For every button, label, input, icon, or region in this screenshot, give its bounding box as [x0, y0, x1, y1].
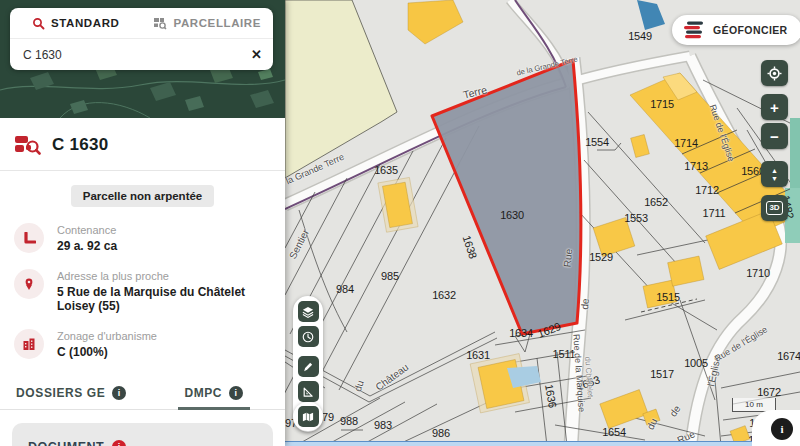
area-icon — [14, 223, 44, 253]
info-label: Zonage d'urbanisme — [57, 330, 157, 342]
locate-button[interactable] — [761, 60, 788, 86]
geofoncier-brand-icon — [683, 21, 705, 40]
info-circle-icon[interactable]: i — [229, 386, 243, 400]
document-title: DOCUMENT — [28, 440, 104, 446]
address-icon — [14, 269, 44, 299]
brand-label: GÉOFONCIER — [713, 24, 788, 36]
3d-icon: 3D — [766, 201, 783, 215]
history-button[interactable] — [298, 326, 319, 347]
map-controls: + − ▲ ▼ 3D — [761, 60, 788, 221]
tab-standard-label: STANDARD — [51, 17, 119, 29]
panel-tabs: DOSSIERS GE i DMPC i — [0, 376, 285, 410]
tab-standard[interactable]: STANDARD — [10, 8, 142, 38]
tilt-up-icon: ▲ — [771, 167, 778, 174]
tab-dossiers-ge-label: DOSSIERS GE — [16, 386, 105, 400]
tab-dmpc[interactable]: DMPC i — [143, 376, 286, 409]
sidebar: STANDARD PARCELLAIRE ✕ — [0, 0, 285, 446]
geofoncier-logo[interactable]: GÉOFONCIER — [672, 15, 800, 45]
search-card: STANDARD PARCELLAIRE ✕ — [10, 8, 273, 70]
document-info-icon[interactable]: i — [112, 440, 126, 446]
search-input[interactable] — [21, 47, 251, 63]
info-value: 5 Rue de la Marquise du Châtelet Loisey … — [57, 285, 271, 313]
map-graphic — [285, 0, 800, 446]
tilt-down-icon: ▼ — [771, 175, 778, 182]
document-title-row: DOCUMENT i — [28, 440, 257, 446]
info-label: Adresse la plus proche — [57, 270, 271, 282]
tilt-button[interactable]: ▲ ▼ — [761, 161, 788, 187]
zoning-icon — [14, 329, 44, 359]
locate-icon — [767, 66, 782, 81]
clear-search-button[interactable]: ✕ — [251, 48, 262, 61]
info-row-zonage: Zonage d'urbanisme C (100%) — [0, 321, 285, 367]
parcel-search-icon — [14, 133, 41, 157]
attribution-button[interactable]: i — [771, 418, 793, 440]
info-value: 29 a. 92 ca — [57, 239, 117, 253]
map-viewport[interactable]: 1549171515541714171317121711165215531529… — [285, 0, 800, 446]
info-row-contenance: Contenance 29 a. 92 ca — [0, 215, 285, 261]
pencil-icon — [301, 360, 315, 374]
info-circle-icon[interactable]: i — [112, 386, 126, 400]
map-bottom-boundary — [285, 441, 800, 446]
basemap-icon — [301, 410, 315, 424]
search-tabs: STANDARD PARCELLAIRE — [10, 8, 273, 39]
zoom-out-button[interactable]: − — [761, 123, 788, 149]
document-card: DOCUMENT i Vignette DMPC 55298 000 142 — [12, 423, 273, 446]
info-label: Contenance — [57, 224, 117, 236]
search-row: ✕ — [10, 39, 273, 70]
basemap-button[interactable] — [298, 406, 319, 427]
tab-dmpc-label: DMPC — [184, 386, 222, 400]
set-square-icon — [301, 385, 315, 399]
scale-label: 10 m — [745, 400, 763, 409]
zoom-in-button[interactable]: + — [761, 94, 788, 120]
basemap-tool — [293, 402, 323, 431]
search-icon — [32, 17, 45, 30]
3d-button[interactable]: 3D — [761, 195, 788, 221]
info-value: C (100%) — [57, 345, 157, 359]
tab-parcellaire-label: PARCELLAIRE — [173, 17, 261, 29]
tab-parcellaire[interactable]: PARCELLAIRE — [142, 8, 274, 38]
parcel-header: C 1630 — [0, 118, 285, 170]
geofoncier-app: STANDARD PARCELLAIRE ✕ — [0, 0, 800, 446]
history-clock-icon — [301, 330, 315, 344]
parcel-grid-icon — [153, 17, 167, 30]
layers-icon — [301, 305, 315, 319]
measure-button[interactable] — [298, 381, 319, 402]
page-title: C 1630 — [52, 135, 109, 155]
tab-dossiers-ge[interactable]: DOSSIERS GE i — [0, 376, 143, 409]
draw-button[interactable] — [298, 356, 319, 377]
info-row-adresse: Adresse la plus proche 5 Rue de la Marqu… — [0, 261, 285, 321]
minimap[interactable]: STANDARD PARCELLAIRE ✕ — [0, 0, 285, 118]
layers-button[interactable] — [298, 301, 319, 322]
status-badge: Parcelle non arpentée — [71, 185, 215, 207]
